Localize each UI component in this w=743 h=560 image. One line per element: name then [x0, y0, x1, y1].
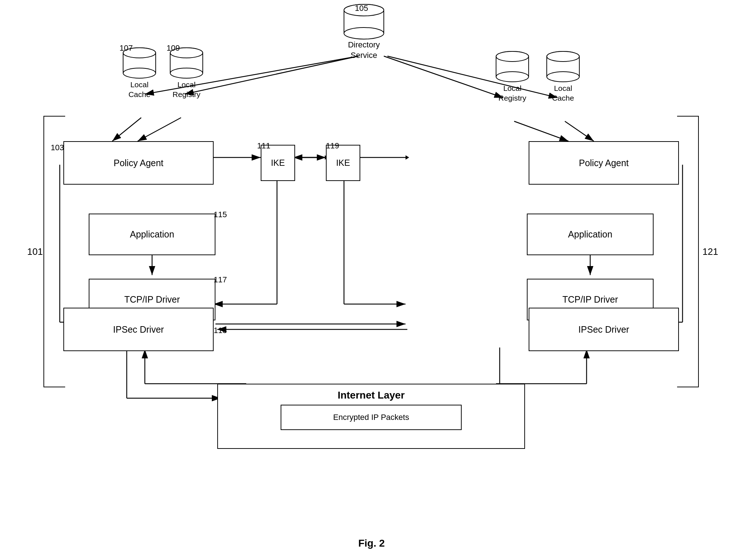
svg-point-55 — [496, 72, 529, 82]
ike-right-ref: 119 — [326, 141, 339, 151]
ds-ref: 105 — [355, 4, 368, 13]
encrypted-packets: Encrypted IP Packets — [281, 405, 462, 430]
directory-service-label: Directory Service — [340, 40, 387, 60]
svg-point-56 — [496, 51, 529, 62]
figure-caption: Fig. 2 — [0, 538, 743, 549]
ike-left-ref: 111 — [257, 141, 270, 151]
group-bracket-right — [677, 116, 699, 387]
svg-point-59 — [547, 72, 579, 82]
tcpip-left-ref: 117 — [214, 275, 227, 285]
ipsec-left: IPSec Driver — [63, 308, 214, 351]
group-right-ref: 121 — [702, 246, 718, 257]
svg-line-3 — [185, 56, 358, 94]
svg-line-4 — [384, 56, 503, 98]
svg-line-9 — [565, 121, 594, 141]
internet-layer: Internet Layer Encrypted IP Packets — [217, 384, 525, 449]
local-registry-right-label: LocalRegistry — [498, 83, 526, 103]
ipsec-left-ref: 113 — [214, 326, 227, 335]
local-registry-right: LocalRegistry — [492, 51, 532, 103]
local-registry-left: LocalRegistry — [167, 47, 206, 100]
svg-marker-17 — [406, 155, 409, 160]
svg-point-43 — [344, 28, 384, 39]
diagram: Directory Service 105 LocalCache 107 Loc… — [0, 0, 743, 560]
svg-line-7 — [138, 118, 181, 141]
ipsec-right: IPSec Driver — [529, 308, 679, 351]
svg-line-8 — [514, 121, 568, 141]
svg-line-6 — [112, 118, 141, 141]
application-left-ref: 115 — [214, 210, 227, 219]
local-cache-right-label: LocalCache — [552, 83, 574, 103]
svg-point-60 — [547, 51, 579, 62]
application-right: Application — [527, 214, 654, 255]
local-registry-left-label: LocalRegistry — [172, 80, 200, 100]
svg-point-51 — [170, 68, 203, 78]
policy-agent-right: Policy Agent — [529, 141, 679, 185]
application-left: Application — [89, 214, 215, 255]
group-bracket-left — [43, 116, 65, 387]
policy-agent-left: Policy Agent — [63, 141, 214, 185]
local-cache-right: LocalCache — [543, 51, 583, 103]
group-left-ref: 101 — [27, 246, 43, 257]
local-cache-left-ref: 107 — [119, 43, 133, 53]
local-cache-left: LocalCache — [119, 47, 159, 100]
local-cache-left-label: LocalCache — [129, 80, 151, 100]
local-registry-left-ref: 109 — [167, 43, 180, 53]
svg-point-47 — [123, 68, 156, 78]
